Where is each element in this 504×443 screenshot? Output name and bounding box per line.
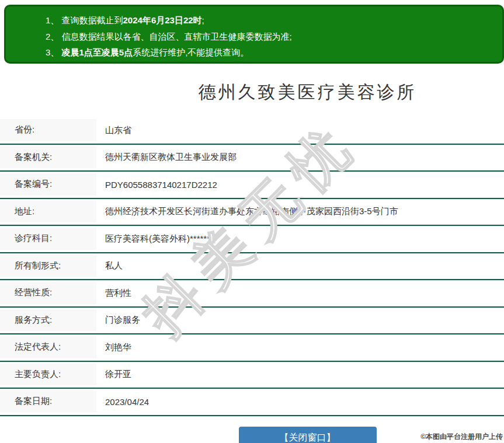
notice-text: ; (202, 15, 204, 25)
row-value: 私人 (96, 253, 504, 280)
upload-credit: ©本图由平台注册用户上传 (420, 432, 503, 442)
notice-item-3: 3、 凌晨1点至凌晨5点系统进行维护,不能提供查询。 (46, 44, 496, 61)
row-label: 所有制形式: (0, 255, 96, 277)
notice-item-2: 2、 信息数据结果以各省、自治区、直辖市卫生健康委数据为准; (46, 29, 496, 45)
notice-text-bold: 凌晨1点至凌晨5点 (62, 47, 133, 57)
row-label: 服务方式: (0, 309, 96, 332)
table-row-clinical-subjects: 诊疗科目: 医疗美容科(美容外科)****** (0, 226, 504, 253)
row-value: 2023/04/24 (96, 389, 504, 415)
notice-text-bold: 2024年6月23日22时 (123, 15, 202, 25)
row-label: 省份: (0, 119, 96, 141)
row-label: 备案日期: (0, 390, 96, 413)
row-value: 德州经济技术开发区长河街道办事处东方红路南侧中茂家园西沿街3-5号门市 (96, 199, 504, 225)
table-row-filing-date: 备案日期: 2023/04/24 (0, 389, 504, 416)
row-label: 地址: (0, 201, 96, 223)
row-value: 营利性 (96, 280, 504, 306)
table-row-legal-representative: 法定代表人: 刘艳华 (0, 334, 504, 362)
row-label: 法定代表人: (0, 336, 96, 358)
notice-item-1: 1、 查询数据截止到2024年6月23日22时; (46, 12, 496, 29)
notice-text: 3、 (46, 47, 62, 57)
notice-text: 系统进行维护,不能提供查询。 (133, 47, 249, 57)
record-table: 省份: 山东省 备案机关: 德州天衢新区教体卫生事业发展部 备案编号: PDY6… (0, 117, 504, 416)
row-value: 徐开亚 (96, 362, 504, 388)
row-value: 刘艳华 (96, 334, 504, 361)
row-value: 山东省 (96, 117, 504, 144)
row-label: 主要负责人: (0, 364, 96, 386)
table-row-province: 省份: 山东省 (0, 117, 504, 145)
row-label: 诊疗科目: (0, 228, 96, 250)
row-label: 经营性质: (0, 282, 96, 304)
table-row-filing-authority: 备案机关: 德州天衢新区教体卫生事业发展部 (0, 145, 504, 172)
row-label: 备案编号: (0, 173, 96, 196)
row-value: PDY60558837140217D2212 (96, 172, 504, 198)
row-value: 门诊服务 (96, 308, 504, 334)
table-row-filing-number: 备案编号: PDY60558837140217D2212 (0, 172, 504, 199)
notice-banner: 1、 查询数据截止到2024年6月23日22时; 2、 信息数据结果以各省、自治… (4, 5, 504, 64)
table-row-principal: 主要负责人: 徐开亚 (0, 362, 504, 389)
page-title: 德州久致美医疗美容诊所 (111, 81, 504, 104)
table-row-service-mode: 服务方式: 门诊服务 (0, 308, 504, 335)
table-row-address: 地址: 德州经济技术开发区长河街道办事处东方红路南侧中茂家园西沿街3-5号门市 (0, 199, 504, 226)
row-value: 医疗美容科(美容外科)****** (96, 226, 504, 252)
table-row-business-nature: 经营性质: 营利性 (0, 280, 504, 308)
page: 1、 查询数据截止到2024年6月23日22时; 2、 信息数据结果以各省、自治… (0, 0, 504, 443)
table-row-ownership-type: 所有制形式: 私人 (0, 253, 504, 281)
row-value: 德州天衢新区教体卫生事业发展部 (96, 145, 504, 171)
notice-text: 2、 信息数据结果以各省、自治区、直辖市卫生健康委数据为准; (46, 32, 292, 41)
close-window-button[interactable]: 【关闭窗口】 (239, 427, 377, 443)
notice-text: 1、 查询数据截止到 (46, 15, 123, 25)
row-label: 备案机关: (0, 146, 96, 169)
